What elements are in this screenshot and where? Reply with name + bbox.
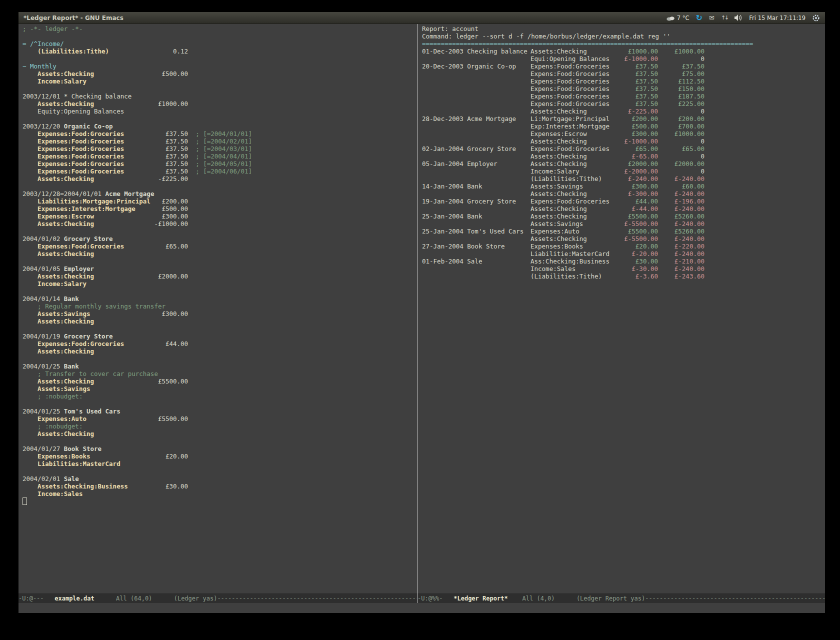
desktop: { "colors":{ "background":"#3f3f3f","tex… xyxy=(0,0,840,640)
register-row[interactable]: 25-Jan-2004 BankAssets:Checking£5500.00£… xyxy=(422,212,825,220)
register-row[interactable]: Income:Sales£-30.00£-240.00 xyxy=(422,265,825,272)
register-row[interactable]: Assets:Checking£-65.000 xyxy=(422,152,825,160)
register-row[interactable]: 25-Jan-2004 Tom's Used CarsExpenses:Auto… xyxy=(422,228,825,235)
register-total: £225.00 xyxy=(634,100,704,108)
ledger-line: Expenses:Food:Groceries £37.50 ; [=2004/… xyxy=(22,168,417,175)
ledger-line: Expenses:Food:Groceries £37.50 ; [=2004/… xyxy=(22,138,417,145)
register-total: £-240.00 xyxy=(634,235,704,242)
register-row[interactable]: 27-Jan-2004 Book StoreExpenses:Books£20.… xyxy=(422,242,825,250)
register-account: Income:Salary xyxy=(530,168,580,175)
emacs-frame: ; -*- ledger -*-= /^Income/ (Liabilities… xyxy=(18,24,825,613)
ledger-line xyxy=(22,85,417,92)
ledger-line: Assets:Checking xyxy=(22,318,417,325)
ledger-line xyxy=(22,115,417,122)
register-total: 0 xyxy=(634,152,704,160)
ledger-line xyxy=(22,258,417,265)
ledger-report-buffer[interactable]: Report: account Command: ledger --sort d… xyxy=(418,24,825,594)
modeline-example-dat[interactable]: -U:@--- example.dat All (64,0) (Ledger y… xyxy=(18,594,417,603)
system-tray: 7 °C ↻ ✉ ↑↓ Fri 15 Mar 17:11:19 xyxy=(666,14,825,22)
register-total: £-240.00 xyxy=(634,175,704,182)
ledger-line: ; :nobudget: xyxy=(22,422,417,430)
register-total: 0 xyxy=(634,108,704,115)
register-row[interactable]: 05-Jan-2004 EmployerAssets:Checking£2000… xyxy=(422,160,825,168)
report-separator: ========================================… xyxy=(422,40,825,48)
ledger-line: Income:Salary xyxy=(22,78,417,85)
register-row[interactable]: Income:Salary£-2000.000 xyxy=(422,168,825,175)
register-row[interactable]: 01-Dec-2003 Checking balanceAssets:Check… xyxy=(422,48,825,55)
register-total: £60.00 xyxy=(634,182,704,190)
register-total: £37.50 xyxy=(634,62,704,70)
mail-icon[interactable]: ✉ xyxy=(709,14,714,21)
register-account: Assets:Checking xyxy=(530,152,587,160)
ledger-line: Expenses:Interest:Mortgage £500.00 xyxy=(22,205,417,212)
register-total: £75.00 xyxy=(634,70,704,78)
ledger-file-buffer[interactable]: ; -*- ledger -*-= /^Income/ (Liabilities… xyxy=(18,24,417,594)
register-row[interactable]: 19-Jan-2004 Grocery StoreExpens:Food:Gro… xyxy=(422,198,825,205)
register-row[interactable]: Assets:Savings£-5500.00£-240.00 xyxy=(422,220,825,228)
ledger-line: Assets:Checking £2000.00 xyxy=(22,272,417,280)
register-account: Assets:Checking xyxy=(530,138,587,145)
ledger-line xyxy=(22,32,417,40)
register-row[interactable]: 01-Feb-2004 SaleAss:Checking:Business£30… xyxy=(422,258,825,265)
register-row[interactable]: 02-Jan-2004 Grocery StoreExpens:Food:Gro… xyxy=(422,145,825,152)
register-row[interactable]: 14-Jan-2004 BankAssets:Savings£300.00£60… xyxy=(422,182,825,190)
register-account: Assets:Checking xyxy=(530,160,587,168)
register-total: £-243.60 xyxy=(634,272,704,280)
ledger-line: Liabilities:MasterCard xyxy=(22,460,417,468)
modeline-text: -U:@--- example.dat All (64,0) (Ledger y… xyxy=(18,594,417,602)
register-total: £65.00 xyxy=(634,145,704,152)
register-total: £-240.00 xyxy=(634,220,704,228)
modeline-ledger-report[interactable]: -U:@%%- *Ledger Report* All (4,0) (Ledge… xyxy=(418,594,825,603)
register-account: Assets:Checking xyxy=(530,205,587,212)
ledger-line: ~ Monthly xyxy=(22,62,417,70)
ledger-line: 2004/01/19 Grocery Store xyxy=(22,332,417,340)
refresh-icon[interactable]: ↻ xyxy=(696,14,702,22)
ledger-line: ; -*- ledger -*- xyxy=(22,25,417,32)
register-row[interactable]: 28-Dec-2003 Acme MortgageLi:Mortgage:Pri… xyxy=(422,115,825,122)
register-total: £187.50 xyxy=(634,92,704,100)
echo-area[interactable] xyxy=(18,603,825,613)
register-date-payee: 25-Jan-2004 Bank xyxy=(422,212,482,220)
register-row[interactable]: Liabilitie:MasterCard£-20.00£-240.00 xyxy=(422,250,825,258)
register-row[interactable]: Exp:Interest:Mortgage£500.00£700.00 xyxy=(422,122,825,130)
register-total: £150.00 xyxy=(634,85,704,92)
register-row[interactable]: Expens:Food:Groceries£37.50£225.00 xyxy=(422,100,825,108)
weather-indicator[interactable]: 7 °C xyxy=(666,14,690,22)
window-titlebar[interactable]: *Ledger Report* - GNU Emacs 7 °C ↻ ✉ ↑↓ … xyxy=(18,12,825,24)
clock-label[interactable]: Fri 15 Mar 17:11:19 xyxy=(749,14,806,22)
volume-icon[interactable] xyxy=(734,14,742,21)
register-account: Assets:Checking xyxy=(530,235,587,242)
ledger-line: = /^Income/ xyxy=(22,40,417,48)
register-date-payee: 05-Jan-2004 Employer xyxy=(422,160,498,168)
ledger-line: 2004/01/05 Employer xyxy=(22,265,417,272)
ledger-line xyxy=(22,468,417,475)
register-row[interactable]: Assets:Checking£-5500.00£-240.00 xyxy=(422,235,825,242)
power-gear-icon[interactable] xyxy=(812,14,820,22)
ledger-line: (Liabilities:Tithe) 0.12 xyxy=(22,48,417,55)
register-row[interactable]: Expenses:Escrow£300.00£1000.00 xyxy=(422,130,825,138)
register-row[interactable]: Expens:Food:Groceries£37.50£150.00 xyxy=(422,85,825,92)
register-row[interactable]: Assets:Checking£-300.00£-240.00 xyxy=(422,190,825,198)
ledger-line: 2004/01/02 Grocery Store xyxy=(22,235,417,242)
register-row[interactable]: Expens:Food:Groceries£37.50£112.50 xyxy=(422,78,825,85)
ledger-line xyxy=(22,288,417,295)
register-row[interactable]: Equi:Opening Balances£-1000.000 xyxy=(422,55,825,62)
register-account: Assets:Checking xyxy=(530,108,587,115)
register-row[interactable]: Expens:Food:Groceries£37.50£187.50 xyxy=(422,92,825,100)
register-row[interactable]: Assets:Checking£-1000.000 xyxy=(422,138,825,145)
ledger-line: Assets:Checking xyxy=(22,348,417,355)
register-row[interactable]: 20-Dec-2003 Organic Co-opExpens:Food:Gro… xyxy=(422,62,825,70)
register-total: £-240.00 xyxy=(634,265,704,272)
register-account: Assets:Savings xyxy=(530,220,583,228)
register-row[interactable]: Assets:Checking£-44.00£-240.00 xyxy=(422,205,825,212)
register-row[interactable]: Expens:Food:Groceries£37.50£75.00 xyxy=(422,70,825,78)
register-row[interactable]: Assets:Checking£-225.000 xyxy=(422,108,825,115)
register-total: £1000.00 xyxy=(634,130,704,138)
register-account: Income:Sales xyxy=(530,265,576,272)
weather-cloud-icon xyxy=(666,15,675,21)
ledger-line: Expenses:Food:Groceries £37.50 ; [=2004/… xyxy=(22,145,417,152)
register-row[interactable]: (Liabilities:Tithe)£-240.00£-240.00 xyxy=(422,175,825,182)
register-date-payee: 20-Dec-2003 Organic Co-op xyxy=(422,62,516,70)
register-row[interactable]: (Liabilities:Tithe)£-3.60£-243.60 xyxy=(422,272,825,280)
network-arrows-icon[interactable]: ↑↓ xyxy=(721,15,728,20)
